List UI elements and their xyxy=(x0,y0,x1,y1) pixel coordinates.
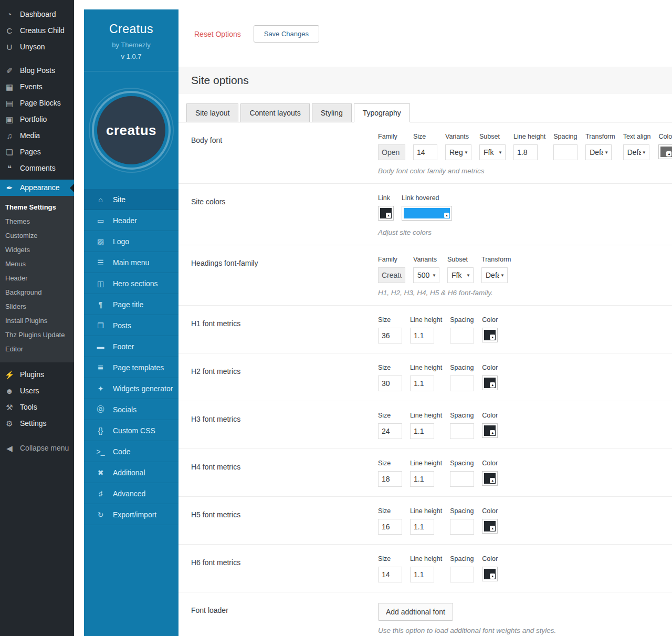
sidebar-item-media[interactable]: ♫ Media xyxy=(0,128,74,144)
field-input[interactable] xyxy=(553,144,578,160)
sidebar-item-page-blocks[interactable]: ▤ Page Blocks xyxy=(0,95,74,111)
field-input[interactable] xyxy=(410,423,434,439)
theme-menu-page-title[interactable]: ¶ Page title xyxy=(84,294,178,315)
color-picker-arrow-icon: ▴ xyxy=(490,526,495,531)
submenu-item[interactable]: Theme Settings xyxy=(0,200,74,214)
field-input[interactable] xyxy=(513,144,538,160)
field-select[interactable]: Ffk ▼ xyxy=(447,267,474,283)
submenu-item[interactable]: Customize xyxy=(0,228,74,243)
options-tab[interactable]: Typography xyxy=(354,103,410,122)
field: Subset Ffk ▼ ▴ xyxy=(479,133,506,161)
color-swatch-fill: ▴ xyxy=(404,208,450,218)
field-input[interactable] xyxy=(378,519,402,535)
field-select[interactable]: Ffk ▼ xyxy=(479,144,506,160)
field-input[interactable] xyxy=(410,328,434,343)
sidebar-item-pages[interactable]: ❏ Pages xyxy=(0,144,74,160)
theme-menu-posts[interactable]: ❐ Posts xyxy=(84,315,178,336)
field-input[interactable] xyxy=(450,471,474,487)
reset-options-link[interactable]: Reset Options xyxy=(194,30,241,38)
field-input[interactable] xyxy=(410,519,434,535)
theme-menu-header[interactable]: ▭ Header xyxy=(84,210,178,231)
field-label: Variants xyxy=(413,256,439,264)
options-tab[interactable]: Styling xyxy=(312,103,352,122)
sidebar-item-appearance[interactable]: ✒ Appearance xyxy=(0,180,74,196)
sidebar-item-dashboard[interactable]: ◔ Dashboard xyxy=(0,6,74,23)
field-input[interactable] xyxy=(378,376,402,391)
font-loader-row: Font loader Add addtional font ▼ xyxy=(178,592,672,636)
field-input[interactable] xyxy=(378,471,402,487)
collapse-menu-button[interactable]: ◀ Collapse menu xyxy=(0,440,74,456)
theme-menu-hero-sections[interactable]: ◫ Hero sections xyxy=(84,273,178,294)
theme-menu-logo[interactable]: ▨ Logo xyxy=(84,231,178,252)
submenu-item[interactable]: Sliders xyxy=(0,299,74,314)
theme-menu-socials[interactable]: ⓐ Socials xyxy=(84,399,178,420)
theme-menu-additional[interactable]: ✖ Additional xyxy=(84,462,178,483)
chevron-down-icon: ▼ xyxy=(464,150,468,155)
submenu-item[interactable]: Header xyxy=(0,271,74,285)
field-select-value: Ffk xyxy=(484,148,497,157)
save-changes-button[interactable]: Save Changes xyxy=(254,25,319,43)
theme-menu-code[interactable]: >_ Code xyxy=(84,441,178,462)
sidebar-item-tools[interactable]: ⚒ Tools xyxy=(0,399,74,415)
field-input[interactable] xyxy=(378,328,402,343)
theme-menu-page-templates[interactable]: ≣ Page templates xyxy=(84,357,178,378)
field: Spacing ▼ ▴ xyxy=(553,133,578,161)
field-input[interactable] xyxy=(378,267,405,283)
theme-menu-widgets-generator[interactable]: ✦ Widgets generator xyxy=(84,378,178,399)
submenu-item[interactable]: Install Plugins xyxy=(0,314,74,328)
color-swatch[interactable]: ▴ xyxy=(482,519,498,534)
theme-menu-custom-css[interactable]: {} Custom CSS xyxy=(84,420,178,441)
sidebar-item-plugins[interactable]: ⚡ Plugins xyxy=(0,367,74,383)
sidebar-item-users[interactable]: ☻ Users xyxy=(0,383,74,399)
field-select[interactable]: Regular ▼ xyxy=(445,144,471,160)
color-swatch[interactable]: ▴ xyxy=(658,144,672,159)
sidebar-item-comments[interactable]: ❝ Comments xyxy=(0,160,74,176)
field-input[interactable] xyxy=(450,328,474,343)
field-input[interactable] xyxy=(378,144,405,160)
color-swatch[interactable]: ▴ xyxy=(482,471,498,486)
sidebar-item-events[interactable]: ▦ Events xyxy=(0,79,74,95)
field-input[interactable] xyxy=(410,471,434,487)
color-swatch[interactable]: ▴ xyxy=(482,567,498,581)
field-input[interactable] xyxy=(378,567,402,582)
options-tab[interactable]: Content layouts xyxy=(240,103,309,122)
theme-menu-footer[interactable]: ▬ Footer xyxy=(84,336,178,357)
color-swatch[interactable]: ▴ xyxy=(402,206,452,221)
color-swatch[interactable]: ▴ xyxy=(482,376,498,390)
field-input[interactable] xyxy=(378,423,402,439)
field-label: Link hovered xyxy=(402,194,452,202)
field-input[interactable] xyxy=(410,376,434,391)
theme-menu-site[interactable]: ⌂ Site xyxy=(84,189,178,210)
color-swatch[interactable]: ▴ xyxy=(482,328,498,342)
field-select[interactable]: Default ▼ xyxy=(623,144,649,160)
submenu-item[interactable]: Editor xyxy=(0,342,74,356)
submenu-item[interactable]: Menus xyxy=(0,257,74,271)
theme-menu-main-menu[interactable]: ☰ Main menu xyxy=(84,252,178,273)
field-select[interactable]: 500 ▼ xyxy=(413,267,439,283)
theme-menu-advanced[interactable]: ♯ Advanced xyxy=(84,483,178,504)
color-swatch-fill: ▴ xyxy=(484,473,496,484)
theme-menu-export-import[interactable]: ↻ Export/import xyxy=(84,504,178,525)
sidebar-item-blog-posts[interactable]: ✐ Blog Posts xyxy=(0,62,74,79)
field-input[interactable] xyxy=(450,376,474,391)
submenu-item[interactable]: Widgets xyxy=(0,243,74,257)
field-input[interactable] xyxy=(450,519,474,535)
sidebar-item-unyson[interactable]: U Unyson xyxy=(0,39,74,55)
submenu-item[interactable]: Thz Plugins Update xyxy=(0,328,74,342)
field-input[interactable] xyxy=(450,567,474,582)
field-input[interactable] xyxy=(410,567,434,582)
field-select[interactable]: Default ▼ xyxy=(481,267,508,283)
add-font-button[interactable]: Add addtional font xyxy=(378,603,453,621)
submenu-item[interactable]: Themes xyxy=(0,214,74,228)
theme-menu-label: Additional xyxy=(113,468,145,477)
field-input[interactable] xyxy=(450,423,474,439)
color-swatch[interactable]: ▴ xyxy=(482,423,498,438)
sidebar-item-creatus-child[interactable]: C Creatus Child xyxy=(0,23,74,39)
sidebar-item-settings[interactable]: ⚙ Settings xyxy=(0,415,74,432)
options-tab[interactable]: Site layout xyxy=(186,103,238,122)
submenu-item[interactable]: Background xyxy=(0,285,74,299)
field-select[interactable]: Default ▼ xyxy=(585,144,612,160)
sidebar-item-portfolio[interactable]: ▣ Portfolio xyxy=(0,111,74,128)
field-input[interactable] xyxy=(413,144,437,160)
color-swatch[interactable]: ▴ xyxy=(378,206,394,221)
